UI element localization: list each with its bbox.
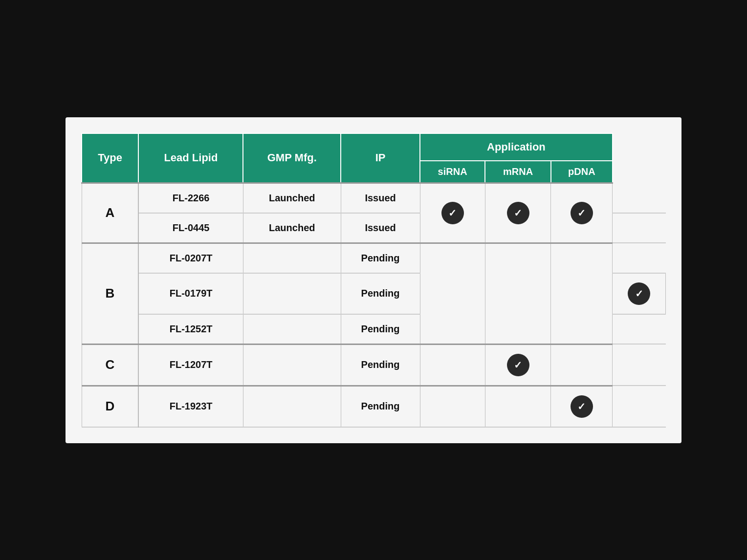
cell-ip: Issued (341, 183, 420, 213)
table-wrapper: Type Lead Lipid GMP Mfg. IP Application … (66, 117, 681, 443)
main-table: Type Lead Lipid GMP Mfg. IP Application … (81, 133, 666, 428)
cell-pdna (551, 243, 613, 344)
cell-sirna (420, 386, 485, 427)
cell-sirna (420, 243, 485, 344)
cell-type: C (82, 344, 138, 386)
header-row-top: Type Lead Lipid GMP Mfg. IP Application (82, 133, 666, 161)
cell-mrna (485, 243, 551, 344)
check-icon: ✓ (571, 395, 593, 418)
col-header-mrna: mRNA (485, 161, 551, 183)
cell-mrna: ✓ (485, 183, 551, 243)
cell-lead-lipid: FL-1923T (138, 386, 243, 427)
cell-mrna: ✓ (485, 344, 551, 386)
cell-sirna: ✓ (420, 183, 485, 243)
cell-gmp (243, 386, 341, 427)
check-icon: ✓ (628, 282, 650, 305)
col-header-sirna: siRNA (420, 161, 485, 183)
cell-sirna (420, 344, 485, 386)
cell-ip: Pending (341, 314, 420, 345)
check-icon: ✓ (507, 354, 529, 376)
col-header-gmp: GMP Mfg. (243, 133, 341, 183)
col-header-application: Application (420, 133, 613, 161)
cell-gmp (243, 344, 341, 386)
cell-ip: Pending (341, 273, 420, 314)
cell-lead-lipid: FL-0207T (138, 243, 243, 273)
cell-gmp (243, 273, 341, 314)
cell-lead-lipid: FL-2266 (138, 183, 243, 213)
table-row: AFL-2266LaunchedIssued✓✓✓ (82, 183, 666, 213)
cell-gmp: Launched (243, 213, 341, 243)
cell-lead-lipid: FL-1207T (138, 344, 243, 386)
cell-pdna: ✓ (551, 386, 613, 427)
cell-lead-lipid: FL-0445 (138, 213, 243, 243)
cell-gmp (243, 314, 341, 345)
cell-mrna (485, 386, 551, 427)
cell-gmp (243, 243, 341, 273)
col-header-ip: IP (341, 133, 420, 183)
cell-ip: Pending (341, 344, 420, 386)
check-icon: ✓ (507, 202, 529, 224)
table-body: AFL-2266LaunchedIssued✓✓✓FL-0445Launched… (82, 183, 666, 427)
check-icon: ✓ (571, 202, 593, 224)
cell-mrna: ✓ (613, 273, 666, 314)
col-header-type: Type (82, 133, 138, 183)
col-header-leadlipid: Lead Lipid (138, 133, 243, 183)
cell-pdna: ✓ (551, 183, 613, 243)
cell-type: D (82, 386, 138, 427)
check-icon: ✓ (441, 202, 464, 224)
cell-ip: Issued (341, 213, 420, 243)
cell-lead-lipid: FL-0179T (138, 273, 243, 314)
cell-type: B (82, 243, 138, 344)
cell-ip: Pending (341, 243, 420, 273)
table-row: CFL-1207TPending✓ (82, 344, 666, 386)
cell-lead-lipid: FL-1252T (138, 314, 243, 345)
col-header-pdna: pDNA (551, 161, 613, 183)
cell-ip: Pending (341, 386, 420, 427)
cell-pdna (551, 344, 613, 386)
cell-gmp: Launched (243, 183, 341, 213)
table-row: DFL-1923TPending✓ (82, 386, 666, 427)
cell-type: A (82, 183, 138, 243)
table-row: BFL-0207TPending (82, 243, 666, 273)
